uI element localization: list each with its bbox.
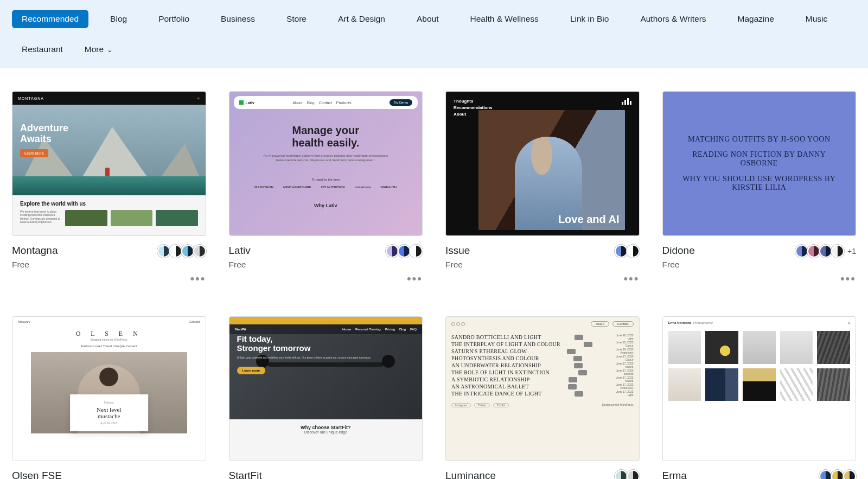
filter-business[interactable]: Business bbox=[211, 10, 265, 28]
theme-price: Free bbox=[445, 260, 470, 270]
color-swatch[interactable] bbox=[819, 470, 832, 479]
hamburger-icon: ≡ bbox=[197, 97, 200, 100]
filter-about[interactable]: About bbox=[407, 10, 449, 28]
thumb-headline: Manage your health easily. bbox=[229, 124, 423, 149]
thumb-brand: Lativ bbox=[246, 101, 254, 105]
color-swatches bbox=[797, 245, 844, 258]
theme-name[interactable]: Montagna bbox=[12, 245, 58, 257]
theme-name[interactable]: StartFit bbox=[229, 470, 262, 479]
more-options-icon[interactable]: ••• bbox=[623, 273, 639, 285]
thumb-why: Why Lativ bbox=[229, 203, 423, 208]
color-swatch[interactable] bbox=[157, 245, 170, 258]
theme-thumbnail[interactable]: Erma Normand Photographer ≡ bbox=[662, 316, 857, 461]
theme-thumbnail[interactable]: StartFit Home Personal Training Pricing … bbox=[229, 316, 423, 461]
filter-portfolio[interactable]: Portfolio bbox=[149, 10, 199, 28]
theme-price: Free bbox=[662, 260, 695, 270]
color-swatches bbox=[617, 470, 640, 479]
theme-name[interactable]: Lativ bbox=[229, 245, 251, 257]
theme-thumbnail[interactable]: MONTAGNA≡ Adventure Awaits Learn More Ex… bbox=[12, 91, 206, 236]
thumb-why-sub: Discover our unique edge bbox=[229, 430, 423, 434]
theme-name[interactable]: Olsen FSE bbox=[12, 470, 62, 479]
thumb-brand: O L S E N bbox=[12, 330, 206, 338]
theme-card-didone: MATCHING OUTFITS BY JI-SOO YOON READING … bbox=[662, 91, 857, 285]
theme-card-issue: Thoughts Recommendations About Love and … bbox=[445, 91, 640, 285]
color-swatch[interactable] bbox=[807, 245, 820, 258]
theme-thumbnail[interactable]: Thoughts Recommendations About Love and … bbox=[445, 91, 640, 236]
color-swatch[interactable] bbox=[398, 245, 411, 258]
color-swatch[interactable] bbox=[627, 470, 640, 479]
more-options-icon[interactable]: ••• bbox=[190, 273, 206, 285]
chevron-down-icon: ⌄ bbox=[107, 46, 113, 54]
theme-name[interactable]: Didone bbox=[662, 245, 695, 257]
thumb-headline: WHY YOU SHOULD USE WORDPRESS BY KIRSTIE … bbox=[677, 175, 842, 192]
thumb-brand: MONTAGNA bbox=[18, 97, 44, 100]
theme-name[interactable]: Erma bbox=[662, 470, 687, 479]
theme-name[interactable]: Issue bbox=[445, 245, 470, 257]
theme-price: Free bbox=[12, 260, 58, 270]
thumb-brand: StartFit bbox=[235, 328, 246, 331]
color-swatch[interactable] bbox=[193, 245, 206, 258]
color-swatches bbox=[821, 470, 856, 479]
category-filter-bar: Recommended Blog Portfolio Business Stor… bbox=[0, 0, 868, 68]
color-swatches bbox=[388, 245, 423, 258]
color-swatches bbox=[617, 245, 640, 258]
filter-more[interactable]: More ⌄ bbox=[85, 44, 113, 54]
theme-thumbnail[interactable]: AboutContact SANDRO BOTTICELLI AND LIGHT… bbox=[445, 316, 640, 461]
color-swatch[interactable] bbox=[615, 245, 628, 258]
color-swatch[interactable] bbox=[819, 245, 832, 258]
theme-card-startfit: StartFit Home Personal Training Pricing … bbox=[229, 316, 423, 479]
thumb-headline: MATCHING OUTFITS BY JI-SOO YOON bbox=[688, 135, 831, 144]
thumb-tagline: Blogging theme for WordPress bbox=[12, 338, 206, 341]
color-swatches bbox=[159, 245, 206, 258]
filter-blog[interactable]: Blog bbox=[100, 10, 137, 28]
color-swatch[interactable] bbox=[831, 470, 844, 479]
color-swatch[interactable] bbox=[386, 245, 399, 258]
hamburger-icon: ≡ bbox=[848, 321, 850, 324]
thumb-headline: Adventure Awaits bbox=[20, 123, 68, 145]
thumb-cta: Learn More bbox=[20, 149, 48, 157]
filter-health-wellness[interactable]: Health & Wellness bbox=[461, 10, 548, 28]
color-swatch[interactable] bbox=[169, 245, 182, 258]
more-options-icon[interactable]: ••• bbox=[407, 273, 423, 285]
thumb-caption: Love and AI bbox=[558, 213, 620, 226]
filter-more-label: More bbox=[85, 44, 104, 54]
filter-authors-writers[interactable]: Authors & Writers bbox=[630, 10, 716, 28]
thumb-nav: Fashion Looks Travel Lifestyle Contact bbox=[12, 344, 206, 348]
color-swatch[interactable] bbox=[831, 245, 844, 258]
filter-art-design[interactable]: Art & Design bbox=[328, 10, 395, 28]
bars-icon bbox=[622, 98, 631, 105]
thumb-headline: READING NON FICTION BY DANNY OSBORNE bbox=[677, 150, 842, 168]
more-options-icon[interactable]: ••• bbox=[840, 273, 856, 285]
color-swatch[interactable] bbox=[795, 245, 808, 258]
theme-grid: MONTAGNA≡ Adventure Awaits Learn More Ex… bbox=[0, 68, 868, 479]
thumb-sub: Unlock your potential and redefine your … bbox=[237, 356, 372, 360]
thumb-sub: An AI-powered healthcare platform that p… bbox=[260, 154, 392, 163]
filter-magazine[interactable]: Magazine bbox=[728, 10, 784, 28]
filter-restaurant[interactable]: Restaurant bbox=[12, 40, 73, 59]
theme-thumbnail[interactable]: Lativ AboutBlogContactProducts Try Demo … bbox=[229, 91, 423, 236]
color-swatch[interactable] bbox=[181, 245, 194, 258]
theme-card-luminance: AboutContact SANDRO BOTTICELLI AND LIGHT… bbox=[445, 316, 640, 479]
color-swatch[interactable] bbox=[410, 245, 423, 258]
filter-link-in-bio[interactable]: Link in Bio bbox=[560, 10, 619, 28]
thumb-brand: Erma Normand bbox=[668, 321, 692, 324]
thumb-why: Why choose StartFit? bbox=[229, 425, 423, 430]
theme-thumbnail[interactable]: MATCHING OUTFITS BY JI-SOO YOON READING … bbox=[662, 91, 857, 236]
theme-card-montagna: MONTAGNA≡ Adventure Awaits Learn More Ex… bbox=[12, 91, 206, 285]
theme-name[interactable]: Luminance bbox=[445, 470, 496, 479]
thumb-cta: Learn more bbox=[237, 367, 266, 374]
filter-recommended[interactable]: Recommended bbox=[12, 10, 88, 28]
filter-store[interactable]: Store bbox=[277, 10, 316, 28]
color-swatch[interactable] bbox=[627, 245, 640, 258]
theme-thumbnail[interactable]: MasonryContact O L S E N Blogging theme … bbox=[12, 316, 206, 461]
thumb-headline: Fit today, Stronger tomorrow bbox=[237, 334, 311, 353]
thumb-sub: Explore the world with us bbox=[12, 195, 206, 210]
color-swatch[interactable] bbox=[843, 470, 856, 479]
filter-music[interactable]: Music bbox=[796, 10, 837, 28]
theme-card-erma: Erma Normand Photographer ≡ Erma Free ••… bbox=[662, 316, 857, 479]
theme-card-olsen-fse: MasonryContact O L S E N Blogging theme … bbox=[12, 316, 206, 479]
thumb-cta: Try Demo bbox=[390, 99, 412, 106]
more-swatches[interactable]: +1 bbox=[847, 247, 856, 256]
color-swatch[interactable] bbox=[615, 470, 628, 479]
theme-price: Free bbox=[229, 260, 251, 270]
